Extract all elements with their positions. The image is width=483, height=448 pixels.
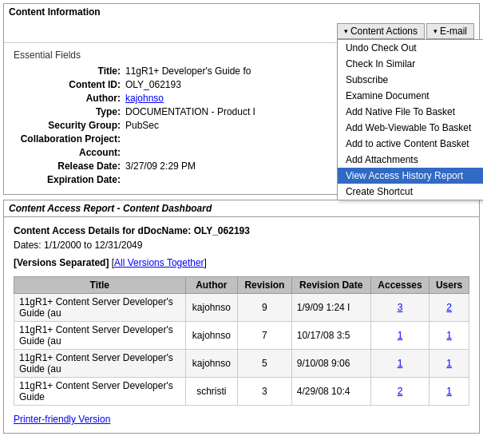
cell-accesses: 1 [370,322,429,350]
toolbar-row: ▾ Content Actions Undo Check Out Check I… [4,20,479,43]
content-access-panel: Content Access Report - Content Dashboar… [3,200,480,434]
all-versions-together-link[interactable]: All Versions Together [114,257,204,268]
cell-accesses: 3 [370,294,429,322]
menu-item-add-web-viewable[interactable]: Add Web-Viewable To Basket [338,120,483,136]
field-label-security-group: Security Group: [14,120,125,131]
versions-separated-label: [Versions Separated] [14,257,109,268]
report-dates: Dates: 1/1/2000 to 12/31/2049 [14,240,469,251]
accesses-link[interactable]: 1 [398,358,403,369]
users-link[interactable]: 2 [446,302,452,313]
cell-revision: 5 [238,350,292,378]
cell-title: 11gR1+ Content Server Developer's Guide … [14,322,186,350]
printer-friendly-link[interactable]: Printer-friendly Version [14,414,110,425]
email-dropdown-arrow-icon: ▾ [434,27,437,35]
cell-users: 1 [430,378,469,406]
col-header-title: Title [14,277,186,294]
cell-revision-date: 1/9/09 1:24 I [291,294,370,322]
cell-author: schristi [185,378,238,406]
author-link[interactable]: kajohnso [125,93,164,104]
table-header-row: Title Author Revision Revision Date Acce… [14,277,469,294]
cell-author: kajohnso [185,322,238,350]
cell-author: kajohnso [185,350,238,378]
report-body: Content Access Details for dDocName: OLY… [4,217,479,433]
menu-item-check-in-similar[interactable]: Check In Similar [338,56,483,72]
content-actions-dropdown-container: ▾ Content Actions Undo Check Out Check I… [337,23,425,39]
field-value-security-group: PubSec [125,120,159,131]
col-header-revision: Revision [238,277,292,294]
cell-accesses: 1 [370,350,429,378]
field-label-title: Title: [14,65,125,77]
cell-revision: 7 [238,322,292,350]
table-row: 11gR1+ Content Server Developer's Guide … [14,378,469,406]
field-value-release-date: 3/27/09 2:29 PM [125,161,196,172]
cell-title: 11gR1+ Content Server Developer's Guide [14,378,186,406]
content-access-title: Content Access Report - Content Dashboar… [4,200,479,217]
col-header-accesses: Accesses [370,277,429,294]
report-desc-text: Content Access Details for dDocName: [14,225,191,236]
accesses-link[interactable]: 1 [398,330,403,341]
menu-item-add-active-basket[interactable]: Add to active Content Basket [338,136,483,152]
accesses-link[interactable]: 3 [398,302,403,313]
field-label-collaboration-project: Collaboration Project: [14,133,125,145]
cell-title: 11gR1+ Content Server Developer's Guide … [14,294,186,322]
table-row: 11gR1+ Content Server Developer's Guide … [14,322,469,350]
content-information-panel: Content Information ▾ Content Actions Un… [3,3,480,195]
accesses-link[interactable]: 2 [398,386,403,397]
report-description: Content Access Details for dDocName: OLY… [14,225,469,236]
menu-item-examine-document[interactable]: Examine Document [338,88,483,104]
field-label-account: Account: [14,147,125,158]
content-actions-menu: Undo Check Out Check In Similar Subscrib… [337,39,483,200]
users-link[interactable]: 1 [446,386,452,397]
field-value-type: DOCUMENTATION - Product I [125,106,255,117]
table-row: 11gR1+ Content Server Developer's Guide … [14,294,469,322]
menu-item-undo-check-out[interactable]: Undo Check Out [338,40,483,56]
report-docname: OLY_062193 [194,225,250,236]
versions-row: [Versions Separated] [All Versions Toget… [14,257,469,268]
cell-users: 1 [430,322,469,350]
email-label: E-mail [440,26,467,37]
cell-revision-date: 4/29/08 10:4 [291,378,370,406]
field-label-expiration-date: Expiration Date: [14,174,125,185]
email-button[interactable]: ▾ E-mail [426,23,474,39]
cell-revision-date: 9/10/08 9:06 [291,350,370,378]
col-header-author: Author [185,277,238,294]
cell-author: kajohnso [185,294,238,322]
menu-item-add-native-file[interactable]: Add Native File To Basket [338,104,483,120]
cell-accesses: 2 [370,378,429,406]
users-link[interactable]: 1 [446,358,452,369]
users-link[interactable]: 1 [446,330,452,341]
cell-users: 2 [430,294,469,322]
cell-revision: 3 [238,378,292,406]
content-actions-button[interactable]: ▾ Content Actions [337,23,425,39]
field-label-author: Author: [14,93,125,104]
field-value-title: 11gR1+ Developer's Guide fo [125,65,251,77]
report-table: Title Author Revision Revision Date Acce… [14,276,469,406]
content-information-title: Content Information [4,4,479,20]
cell-revision-date: 10/17/08 3:5 [291,322,370,350]
field-value-author: kajohnso [125,93,164,104]
field-label-content-id: Content ID: [14,79,125,90]
col-header-users: Users [430,277,469,294]
field-value-content-id: OLY_062193 [125,79,181,90]
menu-item-view-access-history[interactable]: View Access History Report [338,168,483,184]
content-actions-label: Content Actions [350,26,418,37]
cell-revision: 9 [238,294,292,322]
field-label-type: Type: [14,106,125,117]
dropdown-arrow-icon: ▾ [344,27,348,35]
cell-users: 1 [430,350,469,378]
outer-container: Content Information ▾ Content Actions Un… [0,0,483,437]
menu-item-subscribe[interactable]: Subscribe [338,72,483,88]
table-row: 11gR1+ Content Server Developer's Guide … [14,350,469,378]
col-header-revision-date: Revision Date [291,277,370,294]
versions-bracket-close: ] [204,257,207,268]
menu-item-create-shortcut[interactable]: Create Shortcut [338,184,483,200]
menu-item-add-attachments[interactable]: Add Attachments [338,152,483,168]
field-label-release-date: Release Date: [14,161,125,172]
printer-friendly-section: Printer-friendly Version [14,414,469,425]
cell-title: 11gR1+ Content Server Developer's Guide … [14,350,186,378]
